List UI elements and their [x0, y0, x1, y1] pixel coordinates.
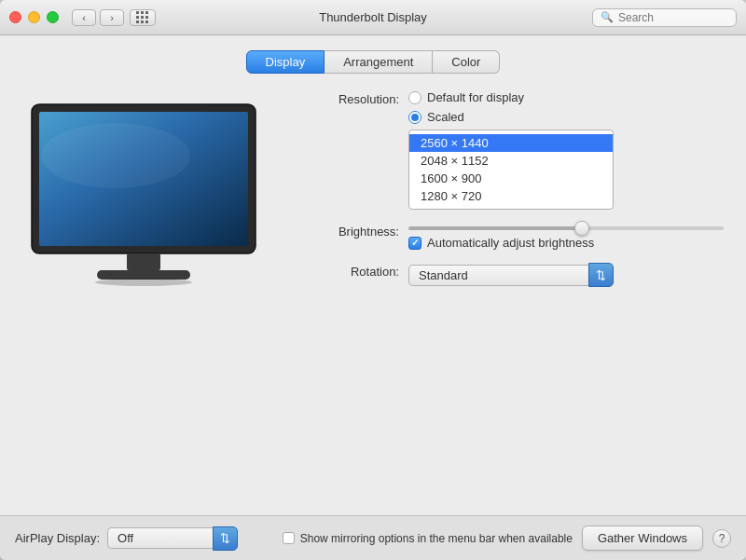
- radio-selected-dot: [411, 114, 419, 121]
- monitor-illustration: [22, 100, 265, 295]
- tabs-bar: Display Arrangement Color: [22, 50, 724, 74]
- main-window: ‹ › Thunderbolt Display 🔍 Display Arrang…: [0, 0, 746, 560]
- window-title: Thunderbolt Display: [319, 10, 427, 24]
- brightness-slider-container: [408, 223, 724, 230]
- resolution-item-1[interactable]: 2048 × 1152: [409, 152, 613, 170]
- rotation-dropdown[interactable]: Standard ⇅: [408, 263, 614, 287]
- traffic-lights: [9, 11, 59, 23]
- bottom-right: Show mirroring options in the menu bar w…: [283, 526, 731, 551]
- back-button[interactable]: ‹: [72, 9, 96, 26]
- settings-panel: Resolution: Default for display Scaled: [306, 90, 724, 500]
- content-area: Display Arrangement Color: [0, 35, 746, 515]
- airplay-value: Off: [107, 527, 213, 549]
- search-icon: 🔍: [601, 11, 614, 23]
- brightness-slider-track[interactable]: [408, 226, 724, 230]
- forward-button[interactable]: ›: [100, 9, 124, 26]
- maximize-button[interactable]: [47, 11, 59, 23]
- tab-color[interactable]: Color: [433, 50, 500, 74]
- auto-brightness-label: Automatically adjust brightness: [427, 236, 594, 250]
- grid-icon: [136, 11, 149, 24]
- radio-default-display[interactable]: Default for display: [408, 90, 724, 104]
- resolution-list: 2560 × 1440 2048 × 1152 1600 × 900 1280 …: [408, 130, 614, 210]
- radio-default-circle[interactable]: [408, 91, 421, 104]
- monitor-container: [22, 90, 283, 500]
- checkmark-icon: ✓: [411, 239, 419, 248]
- mirroring-row[interactable]: Show mirroring options in the menu bar w…: [283, 532, 573, 545]
- rotation-label: Rotation:: [306, 263, 399, 279]
- auto-brightness-row[interactable]: ✓ Automatically adjust brightness: [408, 236, 724, 250]
- title-bar: ‹ › Thunderbolt Display 🔍: [0, 0, 746, 35]
- mirroring-label: Show mirroring options in the menu bar w…: [300, 532, 573, 545]
- svg-rect-5: [127, 253, 160, 270]
- brightness-slider-thumb[interactable]: [574, 221, 589, 236]
- airplay-row: AirPlay Display: Off ⇅: [15, 526, 238, 551]
- tab-arrangement[interactable]: Arrangement: [325, 50, 433, 74]
- resolution-row: Resolution: Default for display Scaled: [306, 90, 724, 210]
- svg-point-7: [95, 279, 192, 286]
- rotation-controls: Standard ⇅: [408, 263, 724, 287]
- resolution-controls: Default for display Scaled 2560 × 1440 2…: [408, 90, 724, 210]
- chevron-updown-icon: ⇅: [596, 269, 606, 281]
- nav-buttons: ‹ ›: [72, 9, 124, 26]
- svg-point-3: [41, 123, 190, 188]
- resolution-item-2[interactable]: 1600 × 900: [409, 170, 613, 187]
- resolution-label: Resolution:: [306, 90, 399, 106]
- radio-scaled-label: Scaled: [427, 110, 464, 124]
- brightness-label: Brightness:: [306, 223, 399, 239]
- airplay-dropdown[interactable]: Off ⇅: [107, 526, 238, 551]
- grid-button[interactable]: [130, 9, 156, 26]
- tab-display[interactable]: Display: [246, 50, 325, 74]
- radio-default-label: Default for display: [427, 90, 524, 104]
- rotation-value: Standard: [408, 265, 588, 286]
- svg-rect-6: [97, 270, 190, 280]
- airplay-chevron-icon: ⇅: [220, 532, 230, 544]
- airplay-label: AirPlay Display:: [15, 531, 100, 545]
- gather-windows-button[interactable]: Gather Windows: [582, 526, 703, 551]
- brightness-row: Brightness: ✓ Automatically adjust brigh…: [306, 223, 724, 250]
- mirroring-checkbox[interactable]: [283, 532, 295, 544]
- brightness-controls: ✓ Automatically adjust brightness: [408, 223, 724, 250]
- search-bar[interactable]: 🔍: [592, 8, 737, 27]
- search-input[interactable]: [618, 11, 728, 24]
- help-button[interactable]: ?: [712, 529, 731, 548]
- rotation-dropdown-button[interactable]: ⇅: [588, 263, 614, 287]
- resolution-item-0[interactable]: 2560 × 1440: [409, 134, 613, 152]
- minimize-button[interactable]: [28, 11, 40, 23]
- bottom-bar: AirPlay Display: Off ⇅ Show mirroring op…: [0, 515, 746, 560]
- radio-scaled[interactable]: Scaled: [408, 110, 724, 124]
- radio-scaled-circle[interactable]: [408, 111, 421, 124]
- display-area: Resolution: Default for display Scaled: [22, 90, 724, 500]
- airplay-dropdown-button[interactable]: ⇅: [213, 526, 238, 551]
- auto-brightness-checkbox[interactable]: ✓: [408, 237, 421, 250]
- rotation-row: Rotation: Standard ⇅: [306, 263, 724, 287]
- resolution-item-3[interactable]: 1280 × 720: [409, 187, 613, 205]
- close-button[interactable]: [9, 11, 21, 23]
